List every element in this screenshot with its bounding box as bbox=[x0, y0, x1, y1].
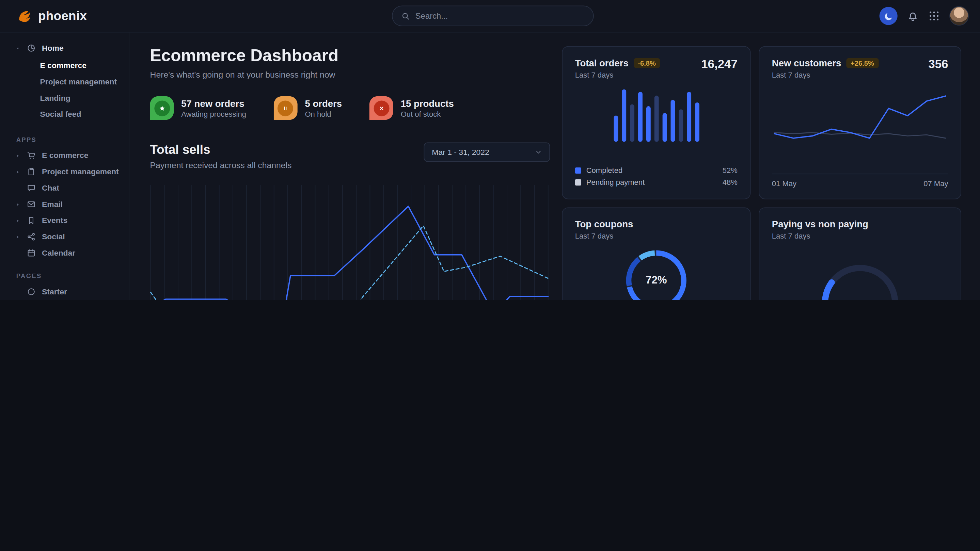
stat-title: 57 new orders bbox=[181, 98, 246, 108]
sidebar: HomeE commerceProject managementLandingS… bbox=[0, 32, 129, 300]
chat-icon bbox=[27, 184, 37, 193]
sidebar-item-landing[interactable]: Landing bbox=[0, 90, 129, 106]
x-tick: 01 May bbox=[772, 179, 797, 188]
card-title: Total orders bbox=[575, 57, 628, 68]
grid-9-icon bbox=[928, 10, 940, 22]
trend-badge: -6.8% bbox=[633, 58, 660, 68]
sidebar-item-project-management[interactable]: Project management bbox=[0, 164, 129, 180]
card-period: Last 7 days bbox=[772, 70, 878, 79]
chevron-right-icon bbox=[15, 202, 21, 207]
circle-icon bbox=[27, 287, 37, 296]
paying-gauge-chart bbox=[772, 241, 948, 300]
stat-text: 57 new ordersAwating processing bbox=[181, 98, 246, 118]
bar bbox=[614, 116, 618, 142]
chevron-down-icon bbox=[535, 149, 542, 156]
card-title: Top coupons bbox=[575, 219, 633, 229]
sidebar-item-social-feed[interactable]: Social feed bbox=[0, 106, 129, 122]
chevron-right-icon bbox=[15, 218, 21, 224]
bar bbox=[678, 109, 683, 141]
sidebar-item-label: Email bbox=[42, 200, 63, 209]
page-subtitle: Here's what's going on at your business … bbox=[150, 70, 550, 79]
sidebar-item-e-commerce[interactable]: E commerce bbox=[0, 57, 129, 74]
total-sells-subtitle: Payment received across all channels bbox=[150, 160, 292, 170]
stat-blob bbox=[369, 96, 393, 120]
app-root: phoenix HomeE commerceProject management… bbox=[0, 0, 980, 300]
clipboard-icon bbox=[27, 167, 37, 176]
top-coupons-card: Top coupons Last 7 days 72% Percentage d… bbox=[562, 207, 751, 300]
stat-text: 5 ordersOn hold bbox=[305, 98, 342, 118]
legend-value: 52% bbox=[722, 166, 738, 175]
stat-5-orders: 5 ordersOn hold bbox=[274, 96, 342, 120]
envelope-icon bbox=[27, 200, 37, 209]
stat-blob bbox=[150, 96, 174, 120]
chevron-down-icon bbox=[15, 45, 21, 51]
search-icon bbox=[401, 11, 410, 21]
sidebar-item-e-commerce[interactable]: E commerce bbox=[0, 148, 129, 164]
total-orders-card: Total orders -6.8% Last 7 days 16,247 Co… bbox=[562, 46, 751, 199]
new-customers-value: 356 bbox=[928, 57, 948, 71]
global-search[interactable] bbox=[391, 6, 593, 27]
sidebar-item-starter[interactable]: Starter bbox=[0, 284, 129, 300]
stats-row: 57 new ordersAwating processing5 ordersO… bbox=[150, 96, 550, 120]
sidebar-item-calendar[interactable]: Calendar bbox=[0, 245, 129, 261]
total-orders-legend: Completed52%Pending payment48% bbox=[575, 164, 738, 188]
bar bbox=[695, 102, 699, 142]
chevron-right-icon bbox=[15, 234, 21, 240]
brand-name: phoenix bbox=[38, 9, 87, 23]
notifications-button[interactable] bbox=[907, 10, 919, 22]
date-range-select[interactable]: Mar 1 - 31, 2022 bbox=[423, 142, 550, 162]
x-icon bbox=[374, 100, 389, 116]
bar bbox=[670, 100, 675, 142]
sidebar-item-label: Calendar bbox=[42, 249, 75, 258]
legend-label: Pending payment bbox=[586, 178, 644, 186]
card-period: Last 7 days bbox=[575, 70, 660, 79]
new-customers-x-labels: 01 May 07 May bbox=[772, 173, 948, 188]
dashboard-top-section: Ecommerce Dashboard Here's what's going … bbox=[129, 32, 980, 300]
x-tick: 07 May bbox=[923, 179, 948, 188]
chevron-right-icon bbox=[15, 153, 21, 159]
share-icon bbox=[27, 232, 37, 241]
user-avatar[interactable] bbox=[949, 6, 969, 25]
bar bbox=[621, 89, 626, 141]
page-title: Ecommerce Dashboard bbox=[150, 46, 550, 66]
total-sells-header: Total sells Payment received across all … bbox=[150, 142, 550, 170]
sidebar-item-chat[interactable]: Chat bbox=[0, 180, 129, 196]
stat-subtitle: Out of stock bbox=[401, 110, 454, 118]
search-input[interactable] bbox=[415, 11, 584, 21]
dashboard-left: Ecommerce Dashboard Here's what's going … bbox=[150, 46, 550, 300]
topbar-actions bbox=[781, 6, 969, 25]
legend-label: Completed bbox=[586, 166, 623, 175]
topbar: phoenix bbox=[0, 0, 980, 32]
new-customers-card: New customers +26.5% Last 7 days 356 01 … bbox=[759, 46, 961, 199]
bar bbox=[662, 113, 667, 141]
bar bbox=[646, 106, 651, 142]
sidebar-item-home[interactable]: Home bbox=[0, 40, 129, 56]
brand[interactable]: phoenix bbox=[16, 8, 204, 24]
legend-value: 48% bbox=[722, 178, 738, 186]
paying-card: Paying vs non paying Last 7 days Paying … bbox=[759, 207, 961, 300]
pie-chart-icon bbox=[27, 44, 37, 52]
theme-toggle-button[interactable] bbox=[880, 7, 897, 25]
sidebar-item-faq[interactable]: Faq bbox=[0, 300, 129, 300]
stat-15-products: 15 productsOut of stock bbox=[369, 96, 454, 120]
apps-menu-button[interactable] bbox=[928, 10, 940, 22]
top-coupons-donut-chart: 72% bbox=[624, 248, 689, 300]
trend-badge: +26.5% bbox=[846, 58, 878, 68]
sidebar-item-label: Events bbox=[42, 216, 67, 225]
stat-subtitle: On hold bbox=[305, 110, 342, 118]
sidebar-item-project-management[interactable]: Project management bbox=[0, 74, 129, 90]
sidebar-item-label: E commerce bbox=[42, 151, 88, 160]
chevron-right-icon bbox=[15, 169, 21, 175]
sidebar-item-label: Chat bbox=[42, 184, 59, 193]
total-sells-title: Total sells bbox=[150, 142, 292, 157]
sidebar-item-events[interactable]: Events bbox=[0, 212, 129, 229]
total-sells-chart: 01 May 15 May 30 May bbox=[150, 185, 550, 300]
legend-swatch bbox=[575, 179, 581, 185]
legend-item: Completed52% bbox=[575, 164, 738, 176]
main-content: Ecommerce Dashboard Here's what's going … bbox=[129, 32, 980, 300]
sidebar-item-social[interactable]: Social bbox=[0, 229, 129, 245]
sidebar-item-email[interactable]: Email bbox=[0, 196, 129, 212]
bar bbox=[638, 92, 642, 142]
calendar-icon bbox=[27, 249, 37, 258]
card-title: Paying vs non paying bbox=[772, 219, 868, 229]
